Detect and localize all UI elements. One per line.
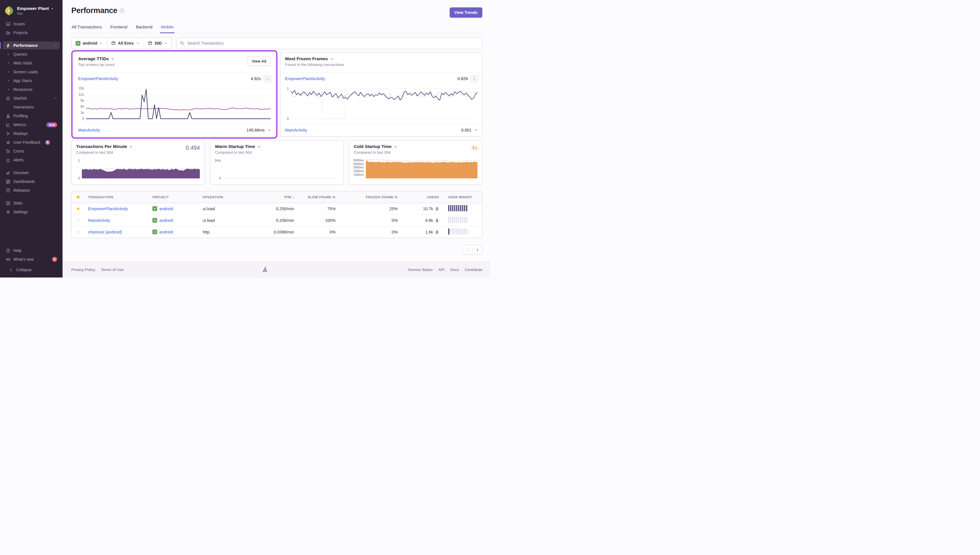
footer-link-service-status[interactable]: Service Status bbox=[408, 268, 432, 272]
footer-link-terms-of-use[interactable]: Terms of Use bbox=[101, 268, 124, 272]
sidebar-item-replays[interactable]: Replays bbox=[3, 130, 60, 138]
collapse-row-button[interactable] bbox=[471, 75, 478, 82]
sidebar-item-starfish[interactable]: Starfish bbox=[3, 94, 60, 102]
sidebar-item-label: Queries bbox=[13, 52, 27, 56]
sidebar-item-user-feedback[interactable]: User FeedbackB bbox=[3, 138, 60, 146]
sidebar-item-label: Starfish bbox=[13, 96, 27, 101]
view-all-button[interactable]: View All bbox=[247, 56, 271, 66]
date-range-filter[interactable]: 30D bbox=[144, 37, 172, 49]
sidebar-item-discover[interactable]: Discover bbox=[3, 169, 60, 176]
panel-subtitle: Found in the following transactions bbox=[285, 63, 477, 67]
sidebar-footer-nav: HelpWhat's new5 bbox=[3, 247, 60, 263]
sidebar-item-whats-new[interactable]: What's new5 bbox=[3, 255, 60, 263]
sidebar-item-resources[interactable]: Resources bbox=[3, 85, 60, 93]
user-misery-bars bbox=[448, 217, 467, 223]
transaction-link[interactable]: checkout [android] bbox=[88, 230, 122, 234]
environment-filter[interactable]: All Envs bbox=[107, 37, 143, 49]
tab-all-transactions[interactable]: All Transactions bbox=[71, 24, 102, 33]
project-link[interactable]: android bbox=[159, 230, 173, 234]
project-filter[interactable]: android bbox=[72, 37, 107, 49]
archive-icon bbox=[5, 188, 11, 193]
footer-link-privacy-policy[interactable]: Privacy Policy bbox=[71, 268, 95, 272]
org-name: Empower Plant bbox=[17, 6, 49, 11]
transaction-link[interactable]: EmpowerPlantActivity bbox=[285, 76, 325, 81]
bullet-icon bbox=[5, 52, 11, 57]
sidebar-item-metrics[interactable]: Metricsbeta bbox=[3, 121, 60, 129]
siren-icon bbox=[5, 158, 11, 162]
operation-cell: ui.load bbox=[198, 215, 251, 226]
calendar-icon bbox=[148, 41, 153, 45]
chevron-down-icon[interactable] bbox=[257, 145, 261, 149]
sidebar-item-dashboards[interactable]: Dashboards bbox=[3, 178, 60, 186]
next-page-button[interactable] bbox=[472, 245, 482, 254]
sidebar-item-label: User Feedback bbox=[13, 140, 40, 144]
sidebar-item-releases[interactable]: Releases bbox=[3, 186, 60, 194]
footer-link-api[interactable]: API bbox=[438, 268, 445, 272]
sidebar-item-projects[interactable]: Projects bbox=[3, 29, 60, 37]
project-link[interactable]: android bbox=[159, 218, 173, 223]
panel-title: Most Frozen Frames bbox=[285, 56, 328, 61]
expand-row-button[interactable] bbox=[267, 128, 271, 132]
sidebar-item-stats[interactable]: Stats bbox=[3, 199, 60, 207]
org-switcher[interactable]: Empower Plant Nar bbox=[0, 3, 63, 20]
tab-mobile[interactable]: Mobile bbox=[161, 24, 174, 33]
sidebar-collapse-button[interactable]: Collapse bbox=[6, 266, 57, 274]
star-icon[interactable]: ★ bbox=[76, 194, 80, 199]
chevron-down-icon bbox=[164, 42, 167, 45]
chevron-up-icon bbox=[54, 44, 57, 47]
sidebar-item-help[interactable]: Help bbox=[3, 247, 60, 255]
chevron-down-icon[interactable] bbox=[330, 57, 334, 61]
sidebar-item-settings[interactable]: Settings bbox=[3, 208, 60, 216]
chevron-up-icon bbox=[54, 96, 57, 100]
gear-icon bbox=[5, 210, 11, 215]
footer-link-contribute[interactable]: Contribute bbox=[465, 268, 482, 272]
android-icon bbox=[153, 218, 157, 223]
collapse-label: Collapse bbox=[16, 268, 32, 272]
previous-page-button[interactable] bbox=[463, 245, 472, 254]
sidebar-item-issues[interactable]: Issues bbox=[3, 20, 60, 28]
project-link[interactable]: android bbox=[159, 207, 173, 211]
transaction-link[interactable]: MainActivity bbox=[88, 218, 110, 223]
sidebar-item-performance[interactable]: Performance bbox=[3, 42, 60, 50]
help-icon[interactable]: ? bbox=[120, 8, 124, 13]
inbox-icon bbox=[5, 22, 11, 26]
sidebar-item-label: Interactions bbox=[13, 105, 34, 109]
view-trends-button[interactable]: View Trends bbox=[450, 7, 482, 18]
star-icon[interactable]: ☆ bbox=[76, 218, 80, 223]
sort-desc-icon: ↓ bbox=[292, 195, 294, 199]
chevron-down-icon bbox=[51, 7, 54, 10]
transaction-link[interactable]: EmpowerPlantActivity bbox=[78, 76, 118, 81]
tab-backend[interactable]: Backend bbox=[136, 24, 153, 33]
chevron-down-icon[interactable] bbox=[394, 145, 397, 149]
chevron-down-icon[interactable] bbox=[111, 57, 114, 61]
expand-row-button[interactable] bbox=[474, 128, 478, 132]
sidebar-item-web-vitals[interactable]: Web Vitals bbox=[3, 59, 60, 67]
sidebar-item-label: What's new bbox=[13, 257, 34, 261]
chevron-down-icon[interactable] bbox=[129, 145, 133, 149]
sidebar-item-alerts[interactable]: Alerts bbox=[3, 156, 60, 164]
users-cell: 10.7k bbox=[407, 207, 439, 211]
collapse-row-button[interactable] bbox=[263, 75, 271, 82]
search-input[interactable] bbox=[177, 37, 482, 49]
sidebar-item-crons[interactable]: Crons bbox=[3, 147, 60, 155]
clock-icon bbox=[5, 149, 11, 154]
sidebar-item-label: Crons bbox=[13, 149, 24, 153]
col-tpm-sort[interactable]: TPM ↓ bbox=[251, 191, 299, 203]
transaction-link[interactable]: MainActivity bbox=[78, 128, 100, 132]
star-icon[interactable]: ☆ bbox=[76, 229, 80, 234]
search-box bbox=[177, 37, 482, 49]
sidebar-item-screen-loads[interactable]: Screen Loads bbox=[3, 68, 60, 76]
sidebar-item-app-starts[interactable]: App Starts bbox=[3, 77, 60, 85]
sidebar-item-queries[interactable]: Queries bbox=[3, 50, 60, 58]
sidebar-item-profiling[interactable]: Profiling bbox=[3, 112, 60, 120]
sidebar-item-label: Alerts bbox=[13, 158, 24, 162]
sidebar-item-interactions[interactable]: Interactions bbox=[3, 103, 60, 111]
transaction-row: MainActivity 0.001 bbox=[281, 123, 482, 136]
transaction-link[interactable]: EmpowerPlantActivity bbox=[88, 207, 128, 211]
sidebar-item-label: Settings bbox=[13, 210, 28, 214]
sidebar-item-label: Metrics bbox=[13, 122, 26, 127]
tab-frontend[interactable]: Frontend bbox=[110, 24, 128, 33]
transaction-link[interactable]: MainActivity bbox=[285, 128, 307, 132]
star-icon[interactable]: ★ bbox=[76, 206, 80, 211]
footer-link-docs[interactable]: Docs bbox=[450, 268, 459, 272]
